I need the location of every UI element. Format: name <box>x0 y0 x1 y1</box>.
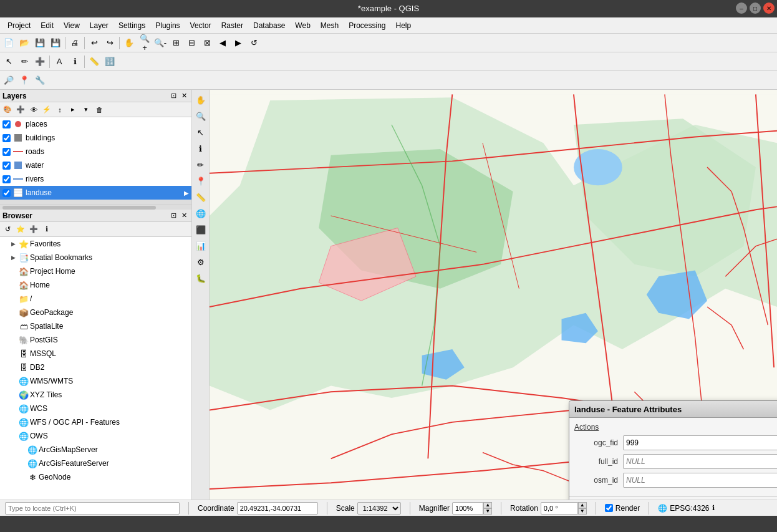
plugin-btn-1[interactable]: 🔎 <box>1 73 16 88</box>
edit-btn[interactable]: ✏ <box>17 54 32 69</box>
sidebar-edit-icon[interactable]: ✏ <box>193 157 208 172</box>
menu-item-vector[interactable]: Vector <box>185 20 216 31</box>
pan-btn[interactable]: ✋ <box>122 36 137 51</box>
identify-btn[interactable]: ℹ <box>67 54 82 69</box>
sidebar-pin-icon[interactable]: 📍 <box>193 173 208 188</box>
browser-item-mssql[interactable]: 🗄MSSQL <box>0 347 191 360</box>
open-project-btn[interactable]: 📂 <box>17 36 32 51</box>
refresh-btn[interactable]: ↺ <box>246 36 261 51</box>
zoom-layer-btn[interactable]: ⊟ <box>184 36 199 51</box>
menu-item-raster[interactable]: Raster <box>216 20 248 31</box>
layer-checkbox-buildings[interactable] <box>2 134 11 142</box>
browser-item-spatialite[interactable]: 🗃SpatiaLite <box>0 319 191 333</box>
save-btn[interactable]: 💾 <box>32 36 47 51</box>
render-checkbox[interactable] <box>605 504 613 512</box>
zoom-select-btn[interactable]: ⊠ <box>200 36 215 51</box>
sidebar-globe-icon[interactable]: 🌐 <box>193 206 208 221</box>
layer-visibility-btn[interactable]: 👁 <box>27 104 40 116</box>
sidebar-identify-icon[interactable]: ℹ <box>193 141 208 156</box>
browser-item-favorites[interactable]: ▶⭐Favorites <box>0 237 191 251</box>
browser-info-btn[interactable]: ℹ <box>41 223 53 236</box>
zoom-full-btn[interactable]: ⊞ <box>168 36 183 51</box>
field-input-osm_id[interactable] <box>623 473 777 488</box>
menu-item-database[interactable]: Database <box>248 20 290 31</box>
magnifier-up-btn[interactable]: ▲ <box>483 502 492 508</box>
epsg-info-btn[interactable]: ℹ <box>712 504 715 512</box>
zoom-out-btn[interactable]: 🔍- <box>153 36 168 51</box>
menu-item-view[interactable]: View <box>59 20 85 31</box>
browser-item-arcgismapserver[interactable]: 🌐ArcGisMapServer <box>0 443 191 457</box>
redo-btn[interactable]: ↪ <box>102 36 117 51</box>
layers-undock-btn[interactable]: ⊡ <box>169 91 178 100</box>
zoom-next-btn[interactable]: ▶ <box>231 36 246 51</box>
rotation-input[interactable] <box>541 502 578 515</box>
browser-item-project-home[interactable]: 🏠Project Home <box>0 264 191 278</box>
locate-input[interactable] <box>5 502 180 515</box>
browser-item-xyz-tiles[interactable]: 🌍XYZ Tiles <box>0 388 191 402</box>
layer-item-landuse[interactable]: landuse▶ <box>0 186 191 200</box>
browser-close-btn[interactable]: ✕ <box>180 211 189 220</box>
sidebar-chart-icon[interactable]: 📊 <box>193 238 208 253</box>
menu-item-settings[interactable]: Settings <box>113 20 150 31</box>
field-input-full_id[interactable] <box>623 454 777 469</box>
scale-select[interactable]: 1:14392 <box>357 502 401 515</box>
layer-checkbox-places[interactable] <box>2 120 11 128</box>
browser-item--[interactable]: 📁/ <box>0 292 191 306</box>
layer-expand-btn[interactable]: ▸ <box>67 104 79 116</box>
layer-checkbox-water[interactable] <box>2 162 11 170</box>
feature-attributes-dialog[interactable]: landuse - Feature Attributes ✕ Actions o… <box>569 400 777 500</box>
menu-item-plugins[interactable]: Plugins <box>150 20 185 31</box>
layer-checkbox-landuse[interactable] <box>2 189 11 197</box>
menu-item-layer[interactable]: Layer <box>85 20 113 31</box>
measure-btn[interactable]: 📏 <box>87 54 102 69</box>
menu-item-edit[interactable]: Edit <box>36 20 59 31</box>
maximize-button[interactable]: □ <box>750 2 761 14</box>
sidebar-select-icon[interactable]: ↖ <box>193 125 208 140</box>
sidebar-pan-icon[interactable]: ✋ <box>193 92 208 107</box>
browser-bookmark-btn[interactable]: ⭐ <box>14 223 27 236</box>
layer-item-rivers[interactable]: rivers <box>0 172 191 186</box>
plugin-btn-3[interactable]: 🔧 <box>32 73 47 88</box>
print-btn[interactable]: 🖨 <box>67 36 82 51</box>
label-btn[interactable]: A <box>52 54 67 69</box>
menu-item-processing[interactable]: Processing <box>344 20 390 31</box>
layer-item-water[interactable]: water <box>0 158 191 172</box>
close-button[interactable]: ✕ <box>763 2 775 14</box>
calculator-btn[interactable]: 🔢 <box>102 54 117 69</box>
layer-open-btn[interactable]: 🎨 <box>1 104 14 116</box>
browser-item-db2[interactable]: 🗄DB2 <box>0 360 191 374</box>
sidebar-measure-icon[interactable]: 📏 <box>193 190 208 205</box>
layers-close-btn[interactable]: ✕ <box>180 91 189 100</box>
browser-add-btn[interactable]: ➕ <box>27 223 40 236</box>
layer-item-roads[interactable]: roads <box>0 145 191 158</box>
save-as-btn[interactable]: 💾 <box>48 36 63 51</box>
magnifier-down-btn[interactable]: ▼ <box>483 508 492 515</box>
sidebar-debug-icon[interactable]: 🐛 <box>193 271 208 286</box>
layer-item-buildings[interactable]: buildings <box>0 131 191 145</box>
sidebar-settings-icon[interactable]: ⚙ <box>193 254 208 269</box>
browser-item-spatial-bookmarks[interactable]: ▶📑Spatial Bookmarks <box>0 251 191 264</box>
zoom-in-btn[interactable]: 🔍+ <box>137 36 152 51</box>
magnifier-input[interactable] <box>452 502 483 515</box>
sidebar-layers-icon[interactable]: ⬛ <box>193 222 208 237</box>
plugin-btn-2[interactable]: 📍 <box>17 73 32 88</box>
menu-item-mesh[interactable]: Mesh <box>316 20 344 31</box>
browser-refresh-btn[interactable]: ↺ <box>1 223 14 236</box>
layer-checkbox-rivers[interactable] <box>2 175 11 183</box>
layer-collapse-btn[interactable]: ▾ <box>80 104 92 116</box>
browser-undock-btn[interactable]: ⊡ <box>169 211 178 220</box>
browser-item-ows[interactable]: 🌐OWS <box>0 429 191 443</box>
layer-add-btn[interactable]: ➕ <box>14 104 27 116</box>
browser-item-wfs---ogc-api---features[interactable]: 🌐WFS / OGC API - Features <box>0 415 191 429</box>
field-input-ogc_fid[interactable] <box>623 435 777 450</box>
browser-item-geopackage[interactable]: 📦GeoPackage <box>0 306 191 319</box>
rotation-down-btn[interactable]: ▼ <box>578 508 587 515</box>
minimize-button[interactable]: – <box>736 2 747 14</box>
browser-item-arcgisfeatureserver[interactable]: 🌐ArcGisFeatureServer <box>0 457 191 470</box>
map-area[interactable]: landuse - Feature Attributes ✕ Actions o… <box>210 90 777 500</box>
layer-item-places[interactable]: places <box>0 117 191 131</box>
browser-item-postgis[interactable]: 🐘PostGIS <box>0 333 191 347</box>
menu-item-help[interactable]: Help <box>391 20 417 31</box>
browser-item-wcs[interactable]: 🌐WCS <box>0 402 191 415</box>
new-project-btn[interactable]: 📄 <box>1 36 16 51</box>
